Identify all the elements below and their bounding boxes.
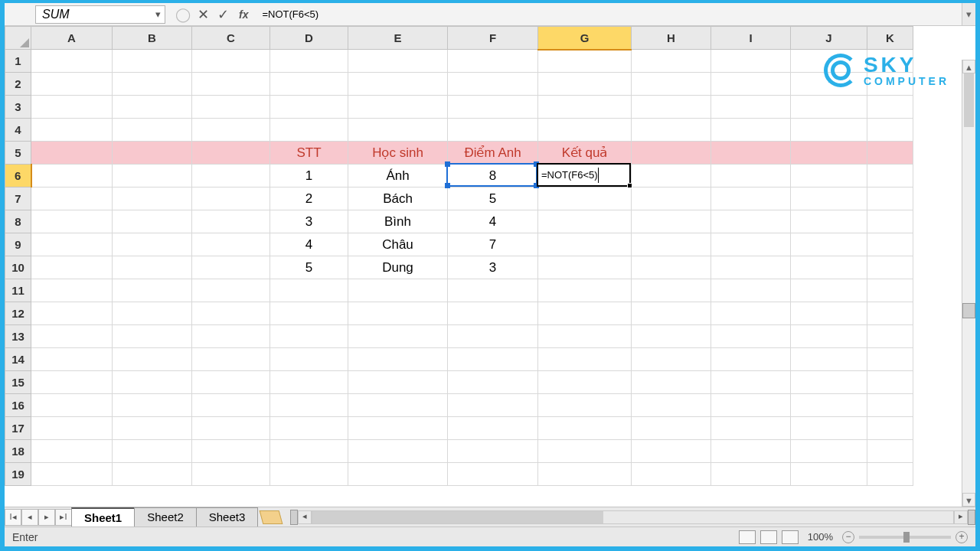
cell-B18[interactable] [113,440,192,463]
cell-F19[interactable] [448,463,538,486]
cell-F7[interactable]: 5 [448,187,538,210]
cell-G14[interactable] [538,348,632,371]
cell-A5[interactable] [31,142,113,165]
row-header-17[interactable]: 17 [5,417,31,440]
cell-G4[interactable] [538,119,632,142]
cell-H12[interactable] [632,302,711,325]
cell-I12[interactable] [711,302,791,325]
cell-I10[interactable] [711,256,791,279]
cell-H14[interactable] [632,348,711,371]
cell-H19[interactable] [632,463,711,486]
cell-G8[interactable] [538,210,632,233]
cell-G19[interactable] [538,463,632,486]
cell-F12[interactable] [448,302,538,325]
cell-J19[interactable] [791,463,867,486]
cell-C4[interactable] [192,119,270,142]
cell-J1[interactable] [791,50,867,73]
cell-F5[interactable]: Điểm Anh [448,142,538,165]
cell-J17[interactable] [791,417,867,440]
insert-function-button[interactable]: fx [239,8,248,21]
cell-D9[interactable]: 4 [270,233,348,256]
cell-E16[interactable] [348,394,448,417]
cell-C13[interactable] [192,325,270,348]
cell-E5[interactable]: Học sinh [348,142,448,165]
col-header-H[interactable]: H [632,27,711,50]
cell-D4[interactable] [270,119,348,142]
cell-B13[interactable] [113,325,192,348]
cell-A14[interactable] [31,348,113,371]
cell-I15[interactable] [711,371,791,394]
cell-E4[interactable] [348,119,448,142]
cell-J10[interactable] [791,256,867,279]
sheet-tab-sheet1[interactable]: Sheet1 [71,507,135,527]
cell-B6[interactable] [113,165,192,187]
cell-F9[interactable]: 7 [448,233,538,256]
hscroll-right-button[interactable]: ▸ [954,510,968,524]
cell-C6[interactable] [192,165,270,187]
vertical-scrollbar[interactable]: ▲ ▼ [962,60,975,507]
cell-J5[interactable] [791,142,867,165]
cell-K1[interactable] [867,50,913,73]
cell-H1[interactable] [632,50,711,73]
cell-A19[interactable] [31,463,113,486]
cell-A12[interactable] [31,302,113,325]
sheet-tab-sheet3[interactable]: Sheet3 [196,507,259,527]
row-header-16[interactable]: 16 [5,394,31,417]
cell-J6[interactable] [791,165,867,187]
sheet-nav-first[interactable]: I◂ [5,509,21,526]
cell-I18[interactable] [711,440,791,463]
cell-E2[interactable] [348,73,448,96]
row-header-6[interactable]: 6 [5,165,31,187]
cell-E3[interactable] [348,96,448,119]
cell-C19[interactable] [192,463,270,486]
cell-J15[interactable] [791,371,867,394]
cell-D15[interactable] [270,371,348,394]
cell-C12[interactable] [192,302,270,325]
cell-E19[interactable] [348,463,448,486]
cell-D13[interactable] [270,325,348,348]
cell-E11[interactable] [348,279,448,302]
cell-H16[interactable] [632,394,711,417]
zoom-slider[interactable] [859,536,951,539]
cell-K18[interactable] [867,440,913,463]
cell-A11[interactable] [31,279,113,302]
cell-I9[interactable] [711,233,791,256]
cell-C3[interactable] [192,96,270,119]
cell-A18[interactable] [31,440,113,463]
cell-E7[interactable]: Bách [348,187,448,210]
cell-E14[interactable] [348,348,448,371]
cell-J11[interactable] [791,279,867,302]
cell-H15[interactable] [632,371,711,394]
cell-C2[interactable] [192,73,270,96]
cell-C7[interactable] [192,187,270,210]
cell-K9[interactable] [867,233,913,256]
cell-H5[interactable] [632,142,711,165]
cell-B8[interactable] [113,210,192,233]
row-header-4[interactable]: 4 [5,119,31,142]
horizontal-scrollbar[interactable]: ◂ ▸ [290,510,975,525]
cell-C14[interactable] [192,348,270,371]
cell-K19[interactable] [867,463,913,486]
cell-D8[interactable]: 3 [270,210,348,233]
cell-E12[interactable] [348,302,448,325]
cell-K6[interactable] [867,165,913,187]
cell-D7[interactable]: 2 [270,187,348,210]
cell-E13[interactable] [348,325,448,348]
vscroll-thumb[interactable] [964,73,974,127]
cell-I6[interactable] [711,165,791,187]
cell-K4[interactable] [867,119,913,142]
cell-A6[interactable] [31,165,113,187]
cell-K15[interactable] [867,371,913,394]
cell-F13[interactable] [448,325,538,348]
cell-J13[interactable] [791,325,867,348]
cell-B9[interactable] [113,233,192,256]
active-cell-editor[interactable]: =NOT(F6<5) [537,163,631,187]
cell-A10[interactable] [31,256,113,279]
cell-J9[interactable] [791,233,867,256]
cell-K17[interactable] [867,417,913,440]
cell-J18[interactable] [791,440,867,463]
col-header-B[interactable]: B [113,27,192,50]
cell-E18[interactable] [348,440,448,463]
row-header-9[interactable]: 9 [5,233,31,256]
row-header-13[interactable]: 13 [5,325,31,348]
